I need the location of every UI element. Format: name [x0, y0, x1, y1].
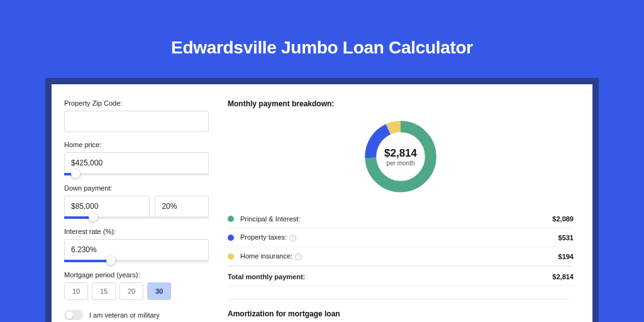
- down-percent-input[interactable]: [155, 196, 209, 217]
- zip-group: Property Zip Code:: [64, 99, 209, 132]
- legend-principal-label: Principal & Interest:: [240, 215, 552, 223]
- legend-total-label: Total monthly payment:: [228, 273, 552, 280]
- results-panel: Monthly payment breakdown: $2,814 per mo…: [221, 84, 592, 322]
- legend-taxes-value: $531: [558, 234, 574, 242]
- breakdown-title: Monthly payment breakdown:: [228, 99, 574, 108]
- info-icon[interactable]: ?: [289, 235, 296, 242]
- zip-input[interactable]: [64, 111, 209, 132]
- page-background: Edwardsville Jumbo Loan Calculator Prope…: [0, 0, 644, 322]
- form-panel: Property Zip Code: Home price: Down paym…: [52, 84, 221, 322]
- rate-slider-thumb[interactable]: [106, 256, 115, 265]
- legend-taxes-label: Property taxes:?: [240, 233, 558, 242]
- dot-insurance: [228, 253, 234, 260]
- donut-value: $2,814: [384, 147, 417, 160]
- legend-insurance-label: Home insurance:?: [240, 252, 558, 260]
- legend-insurance: Home insurance:? $194: [228, 247, 574, 266]
- down-slider[interactable]: [64, 216, 209, 219]
- down-group: Down payment:: [64, 184, 209, 219]
- period-button-30[interactable]: 30: [147, 282, 171, 300]
- period-buttons: 10 15 20 30: [64, 282, 209, 300]
- card-shadow: Property Zip Code: Home price: Down paym…: [45, 78, 599, 322]
- legend-insurance-value: $194: [558, 253, 574, 260]
- veteran-row: I am veteran or military: [64, 310, 209, 320]
- donut-container: $2,814 per month: [228, 117, 574, 196]
- period-group: Mortgage period (years): 10 15 20 30: [64, 271, 209, 300]
- amortization-section: Amortization for mortgage loan Amortizat…: [228, 299, 574, 322]
- down-amount-input[interactable]: [64, 196, 150, 217]
- period-button-20[interactable]: 20: [119, 282, 143, 300]
- price-slider-thumb[interactable]: [71, 169, 80, 178]
- rate-slider[interactable]: [64, 260, 209, 262]
- veteran-toggle-knob: [65, 311, 73, 319]
- legend-insurance-text: Home insurance:: [240, 252, 292, 260]
- amortization-title: Amortization for mortgage loan: [228, 309, 574, 318]
- donut-chart: $2,814 per month: [361, 117, 440, 196]
- price-input[interactable]: [64, 152, 209, 174]
- rate-input[interactable]: [64, 239, 209, 260]
- rate-label: Interest rate (%):: [64, 228, 209, 235]
- price-group: Home price:: [64, 141, 209, 175]
- legend-total: Total monthly payment: $2,814: [228, 266, 574, 286]
- donut-sublabel: per month: [386, 160, 414, 167]
- down-label: Down payment:: [64, 184, 209, 192]
- period-button-15[interactable]: 15: [92, 282, 116, 300]
- period-label: Mortgage period (years):: [64, 271, 209, 279]
- info-icon[interactable]: ?: [295, 253, 302, 260]
- legend-total-value: $2,814: [552, 273, 574, 280]
- legend-taxes-text: Property taxes:: [240, 233, 287, 241]
- legend-principal-value: $2,089: [552, 215, 574, 223]
- dot-principal: [228, 216, 234, 222]
- price-label: Home price:: [64, 141, 209, 148]
- page-title: Edwardsville Jumbo Loan Calculator: [0, 38, 644, 58]
- down-slider-thumb[interactable]: [89, 213, 97, 221]
- veteran-toggle[interactable]: [64, 310, 83, 320]
- donut-center: $2,814 per month: [361, 117, 440, 196]
- rate-group: Interest rate (%):: [64, 228, 209, 262]
- dot-taxes: [228, 235, 234, 241]
- legend-principal: Principal & Interest: $2,089: [228, 210, 574, 228]
- period-button-10[interactable]: 10: [64, 282, 88, 300]
- rate-slider-fill: [64, 260, 111, 262]
- price-slider[interactable]: [64, 173, 209, 175]
- legend-taxes: Property taxes:? $531: [228, 228, 574, 247]
- veteran-label: I am veteran or military: [89, 311, 160, 319]
- calculator-card: Property Zip Code: Home price: Down paym…: [52, 84, 592, 322]
- zip-label: Property Zip Code:: [64, 99, 209, 107]
